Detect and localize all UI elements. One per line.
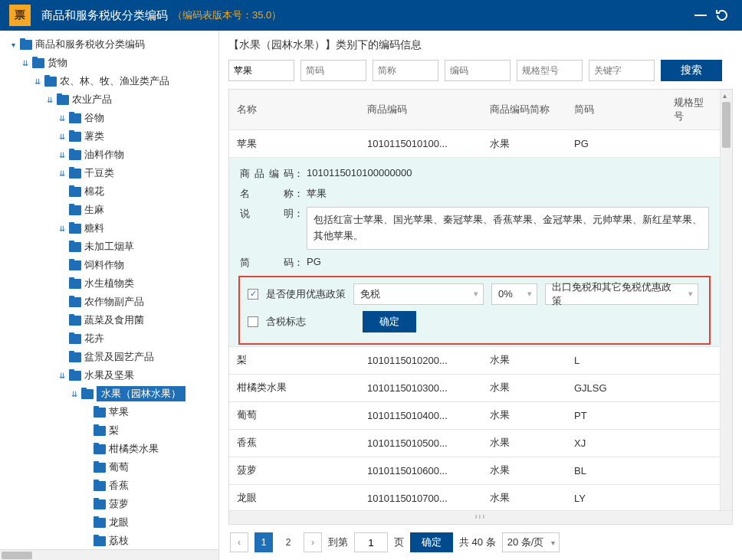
table-row[interactable]: 菠萝 1010115010600... 水果 BL [229, 457, 720, 485]
folder-icon [69, 334, 81, 344]
page-input[interactable] [354, 532, 388, 552]
minimize-button[interactable] [690, 5, 711, 26]
tree-node[interactable]: ⇊ 油料作物 [5, 146, 218, 164]
tree-node[interactable]: 荔枝 [5, 532, 218, 550]
tree-node[interactable]: 菠萝 [5, 495, 218, 513]
tree-toggle-icon[interactable]: ⇊ [57, 151, 67, 159]
tree-toggle-icon[interactable]: ⇊ [69, 390, 80, 398]
tree-label: 蔬菜及食用菌 [84, 313, 144, 327]
tree-toggle-icon[interactable]: ⇊ [57, 169, 67, 178]
use-policy-checkbox[interactable] [248, 289, 258, 300]
policy-confirm-button[interactable]: 确定 [363, 311, 416, 332]
table-row[interactable]: 龙眼 1010115010700... 水果 LY [229, 485, 720, 510]
search-abbr-input[interactable] [300, 60, 366, 81]
folder-icon [69, 297, 81, 307]
tree-toggle-icon[interactable]: ⇊ [44, 96, 55, 104]
tree-node[interactable]: 生麻 [5, 201, 218, 219]
pagination: ‹ 1 2 › 到第 页 确定 共 40 条 20 条/页 [228, 525, 733, 560]
tree-label: 梨 [109, 424, 119, 437]
tree-node[interactable]: 葡萄 [5, 458, 218, 476]
tree-node[interactable]: 未加工烟草 [5, 237, 218, 256]
tree-node[interactable]: 柑橘类水果 [5, 440, 218, 458]
table-v-scrollbar[interactable] [720, 90, 732, 524]
tree-node[interactable]: ⇊ 货物 [5, 54, 218, 72]
tree-node[interactable]: ⇊ 糖料 [5, 219, 218, 237]
tree-node[interactable]: 花卉 [5, 329, 218, 348]
search-code-input[interactable] [445, 60, 511, 81]
table-header: 名称 商品编码 商品编码简称 简码 规格型号 [229, 90, 720, 130]
search-keyword-input[interactable] [589, 60, 655, 81]
page-unit: 页 [394, 535, 404, 549]
tree-toggle-icon[interactable]: ⇊ [32, 77, 43, 86]
tree-node[interactable]: ▾ 商品和服务税收分类编码 [5, 35, 218, 54]
search-button[interactable]: 搜索 [661, 60, 722, 81]
tree-node[interactable]: 盆景及园艺产品 [5, 348, 218, 366]
policy-select[interactable]: 免税 [353, 283, 484, 305]
tree-toggle-icon[interactable]: ▾ [8, 41, 18, 49]
tree-node[interactable]: ⇊ 农、林、牧、渔业类产品 [5, 72, 218, 90]
tree-node[interactable]: ⇊ 农业产品 [5, 90, 218, 109]
search-short-input[interactable] [373, 60, 438, 81]
tree-node[interactable]: 水生植物类 [5, 274, 218, 293]
tree-label: 商品和服务税收分类编码 [35, 38, 145, 51]
tree-toggle-icon[interactable]: ⇊ [57, 133, 67, 141]
tree-node[interactable]: ⇊ 薯类 [5, 127, 218, 146]
table-h-scrollbar[interactable] [229, 510, 732, 524]
tree-node[interactable]: ⇊ 水果及坚果 [5, 366, 218, 385]
folder-icon [94, 518, 106, 528]
tree-node[interactable]: 饲料作物 [5, 256, 218, 274]
tree-node[interactable]: ⇊ 谷物 [5, 109, 218, 127]
tree-label: 菠萝 [109, 497, 129, 511]
tree-node[interactable]: 龙眼 [5, 513, 218, 532]
tree-node[interactable]: 棉花 [5, 182, 218, 201]
tree-label: 未加工烟草 [84, 240, 134, 254]
folder-icon [69, 316, 81, 326]
detail-panel: 商品编码：1010115010100000000 名 称：苹果 说 明：包括红富… [229, 158, 720, 347]
tree-node[interactable]: 苹果 [5, 403, 218, 421]
rate-select[interactable]: 0% [491, 283, 537, 305]
back-button[interactable] [711, 5, 733, 26]
tree-sidebar[interactable]: ▾ 商品和服务税收分类编码 ⇊ 货物 ⇊ 农、林、牧、渔业类产品 ⇊ 农业产品 … [0, 31, 219, 560]
table-row[interactable]: 柑橘类水果 1010115010300... 水果 GJLSG [229, 375, 720, 402]
tree-label: 水生植物类 [84, 277, 134, 290]
folder-icon [94, 499, 106, 509]
tree-node[interactable]: 香蕉 [5, 476, 218, 495]
tree-node[interactable]: 梨 [5, 421, 218, 440]
policy-extra-select[interactable]: 出口免税和其它免税优惠政策 [545, 283, 698, 305]
tax-flag-checkbox[interactable] [248, 316, 258, 327]
folder-icon [69, 224, 81, 234]
sidebar-h-scrollbar[interactable] [0, 549, 218, 560]
folder-icon [81, 389, 94, 399]
tree-node[interactable]: ⇊ 水果（园林水果） [5, 385, 218, 403]
search-spec-input[interactable] [517, 60, 583, 81]
folder-icon [69, 279, 81, 289]
tree-toggle-icon[interactable]: ⇊ [57, 372, 67, 380]
col-spec: 规格型号 [666, 90, 720, 129]
folder-icon [57, 95, 69, 105]
table-row[interactable]: 葡萄 1010115010400... 水果 PT [229, 402, 720, 430]
page-2-button[interactable]: 2 [279, 532, 297, 552]
tree-label: 盆景及园艺产品 [84, 350, 154, 364]
tree-node[interactable]: ⇊ 干豆类 [5, 164, 218, 182]
page-1-button[interactable]: 1 [254, 532, 273, 552]
page-size-select[interactable]: 20 条/页 [502, 532, 560, 552]
tree-label: 龙眼 [109, 516, 129, 529]
page-go-button[interactable]: 确定 [410, 532, 453, 552]
table-row[interactable]: 苹果 1010115010100... 水果 PG [229, 130, 720, 158]
tree-node[interactable]: 蔬菜及食用菌 [5, 311, 218, 329]
detail-abbr: PG [307, 256, 709, 267]
page-prev-button[interactable]: ‹ [230, 532, 248, 552]
tree-toggle-icon[interactable]: ⇊ [57, 224, 67, 233]
folder-icon [69, 150, 81, 160]
tree-label: 苹果 [109, 405, 129, 419]
folder-icon [69, 205, 81, 215]
tree-label: 干豆类 [84, 166, 114, 180]
tree-toggle-icon[interactable]: ⇊ [20, 59, 31, 67]
tree-toggle-icon[interactable]: ⇊ [57, 114, 67, 123]
page-next-button[interactable]: › [304, 532, 322, 552]
table-row[interactable]: 香蕉 1010115010500... 水果 XJ [229, 430, 720, 457]
tree-label: 柑橘类水果 [109, 442, 159, 456]
tree-node[interactable]: 农作物副产品 [5, 293, 218, 311]
table-row[interactable]: 梨 1010115010200... 水果 L [229, 347, 720, 375]
search-name-input[interactable] [228, 60, 294, 81]
